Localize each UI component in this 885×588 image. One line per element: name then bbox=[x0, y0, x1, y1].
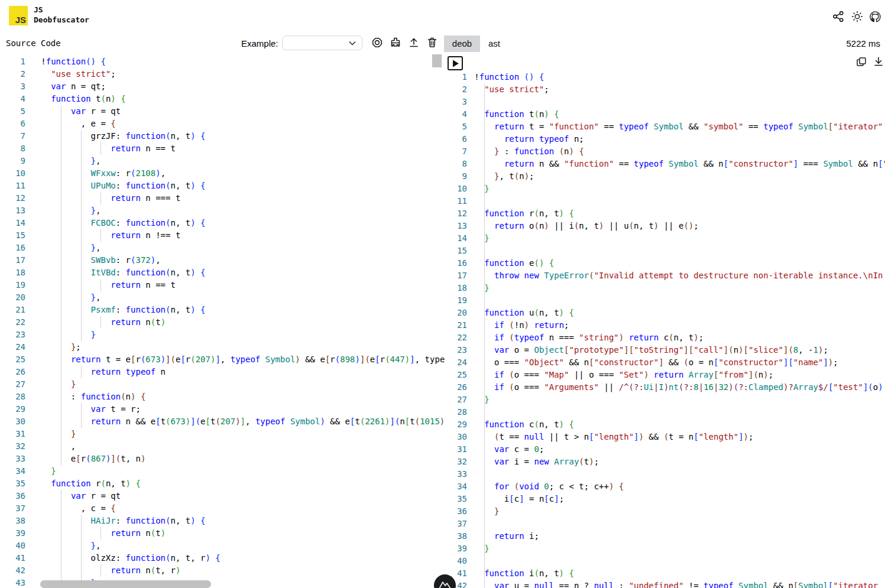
line-number: 9 bbox=[452, 170, 467, 183]
output-editor[interactable]: 1!function () {2 "use strict";34 functio… bbox=[452, 70, 885, 588]
code-line: }, t(n); bbox=[474, 170, 534, 183]
download-icon[interactable] bbox=[873, 56, 884, 68]
line-number: 36 bbox=[0, 490, 25, 502]
line-number: 3 bbox=[452, 96, 467, 108]
line-number: 33 bbox=[452, 468, 467, 480]
settings-icon[interactable] bbox=[371, 37, 383, 48]
app-logo-text: JS bbox=[15, 15, 26, 25]
code-line: , e = { bbox=[41, 118, 115, 130]
line-number: 11 bbox=[452, 195, 467, 207]
share-icon[interactable] bbox=[832, 11, 844, 22]
run-button[interactable] bbox=[448, 56, 463, 70]
code-line: HAiJr: function(n, t) { bbox=[41, 515, 205, 527]
code-line: var i = new Array(t); bbox=[474, 456, 599, 468]
line-number: 21 bbox=[0, 304, 25, 316]
line-number: 11 bbox=[0, 180, 25, 192]
indent-guide bbox=[484, 518, 485, 530]
theme-toggle-icon[interactable] bbox=[851, 11, 863, 22]
line-number: 8 bbox=[0, 142, 25, 155]
copy-icon[interactable] bbox=[855, 56, 867, 68]
github-icon[interactable] bbox=[869, 11, 881, 22]
line-number: 2 bbox=[0, 68, 25, 80]
line-number: 12 bbox=[452, 207, 467, 220]
source-editor[interactable]: 1!function() {2 "use strict";3 var n = q… bbox=[0, 55, 445, 588]
code-line: var r = qt bbox=[41, 490, 121, 502]
code-line: var r = qt bbox=[41, 105, 121, 118]
code-line: o === "Object" && n["constructor"] && (o… bbox=[474, 356, 838, 369]
tab-ast[interactable]: ast bbox=[480, 35, 508, 52]
line-number: 21 bbox=[452, 319, 467, 332]
line-number: 22 bbox=[452, 332, 467, 344]
code-line: } bbox=[474, 183, 489, 195]
line-number: 18 bbox=[452, 282, 467, 294]
line-number: 14 bbox=[452, 232, 467, 245]
code-line: var t = r; bbox=[41, 403, 141, 415]
left-vertical-scrollbar[interactable] bbox=[432, 54, 442, 67]
code-line: olzXz: function(n, t, r) { bbox=[41, 552, 221, 564]
code-line: SWBvb: r(372), bbox=[41, 254, 160, 267]
code-line: function c(n, t) { bbox=[474, 418, 574, 431]
line-number: 27 bbox=[452, 394, 467, 406]
code-line: return n && "function" == typeof Symbol … bbox=[474, 158, 885, 170]
line-number: 22 bbox=[0, 316, 25, 329]
line-number: 39 bbox=[0, 527, 25, 540]
line-number: 12 bbox=[0, 192, 25, 204]
line-number: 16 bbox=[452, 257, 467, 269]
code-line: }; bbox=[41, 341, 80, 353]
code-line: function i(n, t) { bbox=[474, 567, 574, 580]
code-line: "use strict"; bbox=[474, 83, 549, 96]
code-line: } : function (n) { bbox=[474, 145, 584, 158]
example-select[interactable] bbox=[282, 35, 362, 50]
line-number: 18 bbox=[0, 267, 25, 279]
code-line: var o = Object["prototype"]["toString"][… bbox=[474, 344, 828, 356]
code-line: WFxxw: r(2108), bbox=[41, 167, 166, 180]
code-line: !function () { bbox=[474, 71, 544, 83]
line-number: 2 bbox=[452, 83, 467, 96]
code-line: function t(n) { bbox=[41, 93, 125, 105]
line-number: 40 bbox=[452, 555, 467, 567]
code-line: return n == t bbox=[41, 279, 176, 291]
line-number: 32 bbox=[0, 440, 25, 453]
code-line: if (o === "Map" || o === "Set") return A… bbox=[474, 369, 773, 381]
code-line: function e() { bbox=[474, 257, 554, 269]
code-line: function r(n, t) { bbox=[474, 207, 574, 220]
line-number: 23 bbox=[0, 329, 25, 341]
line-number: 34 bbox=[0, 465, 25, 477]
line-number: 42 bbox=[0, 564, 25, 577]
code-line: } bbox=[41, 465, 56, 477]
line-number: 17 bbox=[452, 269, 467, 282]
line-number: 1 bbox=[452, 71, 467, 83]
trash-icon[interactable] bbox=[426, 37, 438, 48]
code-line: ItVBd: function(n, t) { bbox=[41, 267, 205, 279]
code-line: : function(n) { bbox=[41, 391, 145, 403]
line-number: 7 bbox=[0, 130, 25, 142]
indent-guide bbox=[484, 406, 485, 418]
page-title-line2: Deobfuscator bbox=[34, 15, 89, 25]
page-title-line1: JS bbox=[34, 5, 89, 15]
code-line: } bbox=[474, 282, 489, 294]
app-logo: JS bbox=[9, 6, 28, 25]
code-line: grzJF: function(n, t) { bbox=[41, 130, 205, 142]
line-number: 8 bbox=[452, 158, 467, 170]
code-line: }, bbox=[41, 291, 101, 304]
line-number: 25 bbox=[0, 353, 25, 366]
code-line: return n(t) bbox=[41, 527, 166, 540]
code-line: for (void 0; c < t; c++) { bbox=[474, 480, 624, 493]
line-number: 6 bbox=[452, 133, 467, 145]
clean-icon[interactable] bbox=[390, 37, 401, 48]
line-number: 38 bbox=[452, 530, 467, 542]
line-number: 37 bbox=[452, 518, 467, 530]
code-line: return n === t bbox=[41, 192, 180, 204]
code-line: return n(t, r) bbox=[41, 564, 180, 577]
source-code-label: Source Code bbox=[6, 38, 61, 48]
line-number: 17 bbox=[0, 254, 25, 267]
left-horizontal-scrollbar[interactable] bbox=[40, 580, 211, 588]
line-number: 16 bbox=[0, 242, 25, 254]
line-number: 28 bbox=[452, 406, 467, 418]
line-number: 24 bbox=[452, 356, 467, 369]
upload-icon[interactable] bbox=[408, 37, 420, 48]
tab-deob[interactable]: deob bbox=[444, 35, 480, 52]
line-number: 30 bbox=[0, 415, 25, 428]
feedback-float-button[interactable] bbox=[434, 574, 456, 588]
code-line: , c = { bbox=[41, 502, 115, 515]
